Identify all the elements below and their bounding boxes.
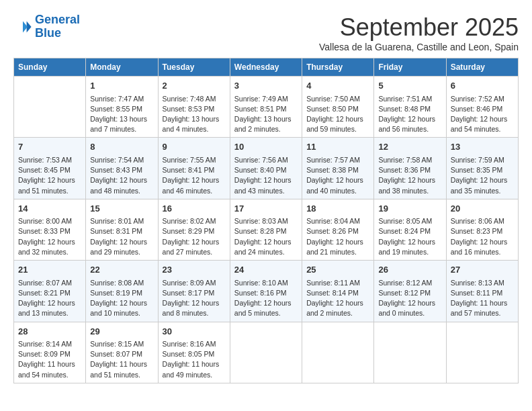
day-number: 30 [163,325,226,338]
day-number: 24 [234,263,298,277]
day-number: 25 [306,263,369,277]
day-number: 2 [163,79,226,93]
day-cell: 17Sunrise: 8:03 AM Sunset: 8:28 PM Dayli… [230,199,302,260]
day-cell: 23Sunrise: 8:09 AM Sunset: 8:17 PM Dayli… [158,261,230,322]
day-cell: 6Sunrise: 7:52 AM Sunset: 8:46 PM Daylig… [446,77,518,138]
col-header-wednesday: Wednesday [230,58,302,77]
location-subtitle: Vallesa de la Guarena, Castille and Leon… [319,42,519,52]
day-cell: 26Sunrise: 8:12 AM Sunset: 8:12 PM Dayli… [374,261,446,322]
day-info: Sunrise: 8:00 AM Sunset: 8:33 PM Dayligh… [18,216,81,257]
logo-icon [13,17,32,36]
day-cell: 13Sunrise: 7:59 AM Sunset: 8:35 PM Dayli… [446,138,518,199]
col-header-thursday: Thursday [302,58,374,77]
day-number: 10 [234,140,298,154]
day-info: Sunrise: 8:10 AM Sunset: 8:16 PM Dayligh… [234,278,298,319]
day-number: 7 [18,140,81,154]
day-cell: 7Sunrise: 7:53 AM Sunset: 8:45 PM Daylig… [14,138,86,199]
day-number: 14 [18,202,81,216]
day-number: 16 [163,202,226,216]
day-cell: 25Sunrise: 8:11 AM Sunset: 8:14 PM Dayli… [302,261,374,322]
day-info: Sunrise: 7:49 AM Sunset: 8:51 PM Dayligh… [234,94,298,135]
header-row: SundayMondayTuesdayWednesdayThursdayFrid… [14,58,519,77]
day-info: Sunrise: 7:56 AM Sunset: 8:40 PM Dayligh… [234,155,298,196]
day-info: Sunrise: 8:04 AM Sunset: 8:26 PM Dayligh… [306,216,369,257]
day-info: Sunrise: 7:57 AM Sunset: 8:38 PM Dayligh… [306,155,369,196]
day-number: 8 [90,140,153,154]
day-info: Sunrise: 8:11 AM Sunset: 8:14 PM Dayligh… [306,278,369,319]
day-cell: 20Sunrise: 8:06 AM Sunset: 8:23 PM Dayli… [446,199,518,260]
day-number: 12 [378,140,441,154]
day-cell: 10Sunrise: 7:56 AM Sunset: 8:40 PM Dayli… [230,138,302,199]
day-cell: 16Sunrise: 8:02 AM Sunset: 8:29 PM Dayli… [158,199,230,260]
col-header-friday: Friday [374,58,446,77]
week-row-1: 1Sunrise: 7:47 AM Sunset: 8:55 PM Daylig… [14,77,519,138]
day-number: 20 [451,202,514,216]
calendar-table: SundayMondayTuesdayWednesdayThursdayFrid… [13,58,519,383]
day-number: 4 [306,79,369,93]
day-cell: 21Sunrise: 8:07 AM Sunset: 8:21 PM Dayli… [14,261,86,322]
logo-text: General Blue [35,13,80,40]
day-number: 26 [378,263,441,277]
day-cell: 28Sunrise: 8:14 AM Sunset: 8:09 PM Dayli… [14,322,86,383]
day-info: Sunrise: 8:05 AM Sunset: 8:24 PM Dayligh… [378,216,441,257]
day-cell: 29Sunrise: 8:15 AM Sunset: 8:07 PM Dayli… [86,322,158,383]
day-info: Sunrise: 8:08 AM Sunset: 8:19 PM Dayligh… [90,278,153,319]
day-info: Sunrise: 8:15 AM Sunset: 8:07 PM Dayligh… [90,339,153,380]
day-cell: 3Sunrise: 7:49 AM Sunset: 8:51 PM Daylig… [230,77,302,138]
day-info: Sunrise: 8:03 AM Sunset: 8:28 PM Dayligh… [234,216,298,257]
day-cell: 5Sunrise: 7:51 AM Sunset: 8:48 PM Daylig… [374,77,446,138]
day-info: Sunrise: 7:53 AM Sunset: 8:45 PM Dayligh… [18,155,81,196]
col-header-saturday: Saturday [446,58,518,77]
day-cell: 4Sunrise: 7:50 AM Sunset: 8:50 PM Daylig… [302,77,374,138]
day-number: 19 [378,202,441,216]
day-info: Sunrise: 8:01 AM Sunset: 8:31 PM Dayligh… [90,216,153,257]
day-info: Sunrise: 7:50 AM Sunset: 8:50 PM Dayligh… [306,94,369,135]
day-number: 27 [451,263,514,277]
week-row-2: 7Sunrise: 7:53 AM Sunset: 8:45 PM Daylig… [14,138,519,199]
day-cell: 30Sunrise: 8:16 AM Sunset: 8:05 PM Dayli… [158,322,230,383]
day-cell [14,77,86,138]
day-cell: 22Sunrise: 8:08 AM Sunset: 8:19 PM Dayli… [86,261,158,322]
day-info: Sunrise: 7:48 AM Sunset: 8:53 PM Dayligh… [163,94,226,135]
day-cell: 12Sunrise: 7:58 AM Sunset: 8:36 PM Dayli… [374,138,446,199]
day-number: 3 [234,79,298,93]
page-header: General Blue September 2025 Vallesa de l… [13,13,519,52]
day-number: 1 [90,79,153,93]
day-cell: 8Sunrise: 7:54 AM Sunset: 8:43 PM Daylig… [86,138,158,199]
day-cell [302,322,374,383]
day-cell: 9Sunrise: 7:55 AM Sunset: 8:41 PM Daylig… [158,138,230,199]
day-info: Sunrise: 8:13 AM Sunset: 8:11 PM Dayligh… [451,278,514,319]
day-info: Sunrise: 8:02 AM Sunset: 8:29 PM Dayligh… [163,216,226,257]
day-info: Sunrise: 7:52 AM Sunset: 8:46 PM Dayligh… [451,94,514,135]
day-cell: 24Sunrise: 8:10 AM Sunset: 8:16 PM Dayli… [230,261,302,322]
day-cell: 2Sunrise: 7:48 AM Sunset: 8:53 PM Daylig… [158,77,230,138]
logo-line2: Blue [35,26,61,40]
week-row-3: 14Sunrise: 8:00 AM Sunset: 8:33 PM Dayli… [14,199,519,260]
day-cell: 18Sunrise: 8:04 AM Sunset: 8:26 PM Dayli… [302,199,374,260]
week-row-5: 28Sunrise: 8:14 AM Sunset: 8:09 PM Dayli… [14,322,519,383]
day-cell: 27Sunrise: 8:13 AM Sunset: 8:11 PM Dayli… [446,261,518,322]
day-number: 6 [451,79,514,93]
day-cell: 1Sunrise: 7:47 AM Sunset: 8:55 PM Daylig… [86,77,158,138]
day-number: 29 [90,325,153,338]
week-row-4: 21Sunrise: 8:07 AM Sunset: 8:21 PM Dayli… [14,261,519,322]
month-title: September 2025 [319,13,519,42]
day-number: 21 [18,263,81,277]
day-number: 18 [306,202,369,216]
day-number: 23 [163,263,226,277]
logo: General Blue [13,13,80,40]
day-info: Sunrise: 7:51 AM Sunset: 8:48 PM Dayligh… [378,94,441,135]
day-info: Sunrise: 8:09 AM Sunset: 8:17 PM Dayligh… [163,278,226,319]
day-info: Sunrise: 8:07 AM Sunset: 8:21 PM Dayligh… [18,278,81,319]
col-header-tuesday: Tuesday [158,58,230,77]
day-cell: 19Sunrise: 8:05 AM Sunset: 8:24 PM Dayli… [374,199,446,260]
day-info: Sunrise: 8:12 AM Sunset: 8:12 PM Dayligh… [378,278,441,319]
day-number: 5 [378,79,441,93]
day-info: Sunrise: 7:58 AM Sunset: 8:36 PM Dayligh… [378,155,441,196]
day-number: 11 [306,140,369,154]
day-info: Sunrise: 8:16 AM Sunset: 8:05 PM Dayligh… [163,339,226,380]
day-cell: 11Sunrise: 7:57 AM Sunset: 8:38 PM Dayli… [302,138,374,199]
day-number: 28 [18,325,81,338]
day-info: Sunrise: 8:06 AM Sunset: 8:23 PM Dayligh… [451,216,514,257]
day-cell [446,322,518,383]
